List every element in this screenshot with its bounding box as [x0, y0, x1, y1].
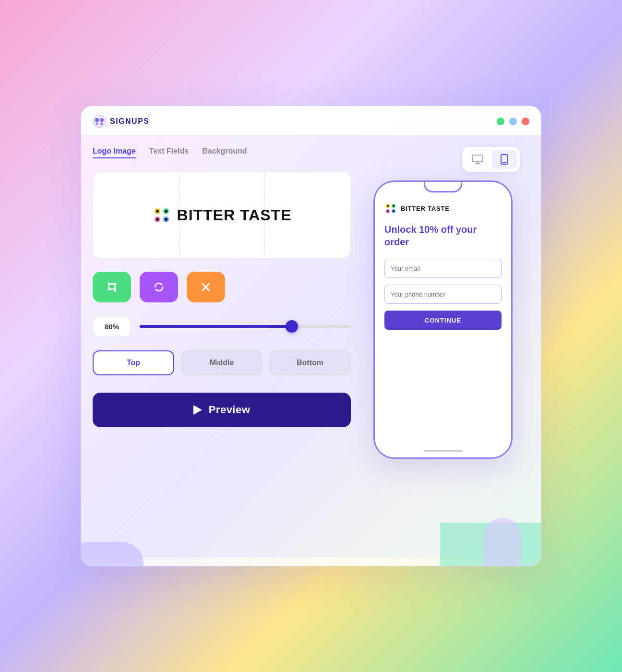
preview-label: Preview [209, 404, 251, 416]
svg-point-0 [93, 115, 106, 128]
phone-headline: Unlock 10% off your order [384, 223, 502, 248]
phone-brand: BITTER TASTE [384, 202, 502, 215]
browser-window: SIGNUPS Logo Image Text Fields Backgroun… [81, 106, 541, 566]
crop-icon [105, 280, 119, 294]
window-controls [497, 118, 529, 125]
svg-point-27 [393, 205, 395, 207]
mobile-icon [501, 154, 508, 165]
cloud-left-decoration [81, 542, 144, 566]
left-panel: Logo Image Text Fields Background [93, 147, 357, 546]
tab-logo-image[interactable]: Logo Image [93, 147, 136, 158]
window-control-blue[interactable] [509, 118, 517, 125]
svg-point-6 [156, 210, 159, 213]
phone-content: BITTER TASTE Unlock 10% off your order C… [375, 182, 511, 450]
play-icon [193, 405, 202, 415]
device-toggle [462, 147, 520, 172]
logo-content: BITTER TASTE [152, 205, 292, 225]
desktop-icon [472, 155, 483, 164]
slider-fill [140, 325, 292, 328]
right-panel: BITTER TASTE Unlock 10% off your order C… [357, 147, 529, 546]
brand-name: SIGNUPS [110, 117, 150, 126]
phone-phone-input[interactable] [384, 285, 502, 304]
svg-point-29 [387, 210, 389, 212]
remove-button[interactable] [187, 272, 225, 302]
tab-background[interactable]: Background [202, 147, 247, 158]
phone-home-indicator [424, 450, 462, 452]
position-bottom-button[interactable]: Bottom [269, 350, 351, 375]
hand-shape-decoration [483, 518, 522, 566]
svg-rect-15 [114, 284, 116, 292]
svg-point-10 [156, 218, 159, 221]
svg-point-4 [100, 122, 103, 125]
browser-body: Logo Image Text Fields Background [81, 135, 541, 558]
position-buttons: Top Middle Bottom [93, 350, 351, 375]
phone-brand-icon [384, 202, 397, 215]
svg-point-8 [165, 210, 167, 213]
browser-titlebar: SIGNUPS [81, 106, 541, 135]
phone-brand-text: BITTER TASTE [401, 205, 450, 212]
slider-track[interactable] [140, 325, 351, 328]
tab-text-fields[interactable]: Text Fields [149, 147, 189, 158]
svg-point-12 [165, 218, 167, 221]
logo-icon [152, 205, 171, 225]
phone-mockup: BITTER TASTE Unlock 10% off your order C… [373, 180, 513, 459]
replace-icon [152, 280, 166, 294]
window-control-green[interactable] [497, 118, 504, 125]
svg-point-1 [95, 118, 99, 122]
brand-icon [93, 115, 106, 128]
svg-rect-16 [109, 283, 117, 285]
phone-notch [424, 182, 462, 192]
svg-point-2 [100, 118, 104, 122]
window-control-red[interactable] [522, 118, 529, 125]
position-top-button[interactable]: Top [93, 350, 174, 375]
remove-icon [200, 281, 212, 293]
logo-text: BITTER TASTE [177, 206, 292, 224]
phone-continue-button[interactable]: CONTINUE [384, 311, 502, 330]
phone-email-input[interactable] [384, 259, 502, 278]
mobile-view-button[interactable] [492, 150, 517, 169]
percent-display: 80% [93, 316, 131, 337]
nav-tabs: Logo Image Text Fields Background [93, 147, 351, 158]
desktop-view-button[interactable] [465, 150, 490, 169]
preview-button[interactable]: Preview [93, 393, 351, 427]
crop-button[interactable] [93, 272, 131, 302]
replace-button[interactable] [140, 272, 178, 302]
svg-point-3 [96, 122, 98, 125]
slider-row: 80% [93, 316, 351, 337]
slider-thumb[interactable] [286, 320, 298, 333]
svg-rect-19 [472, 155, 483, 162]
action-buttons [93, 272, 351, 302]
svg-point-25 [387, 205, 389, 207]
svg-point-31 [393, 210, 395, 212]
logo-preview-box: BITTER TASTE [93, 172, 351, 258]
position-middle-button[interactable]: Middle [181, 350, 263, 375]
brand: SIGNUPS [93, 115, 150, 128]
